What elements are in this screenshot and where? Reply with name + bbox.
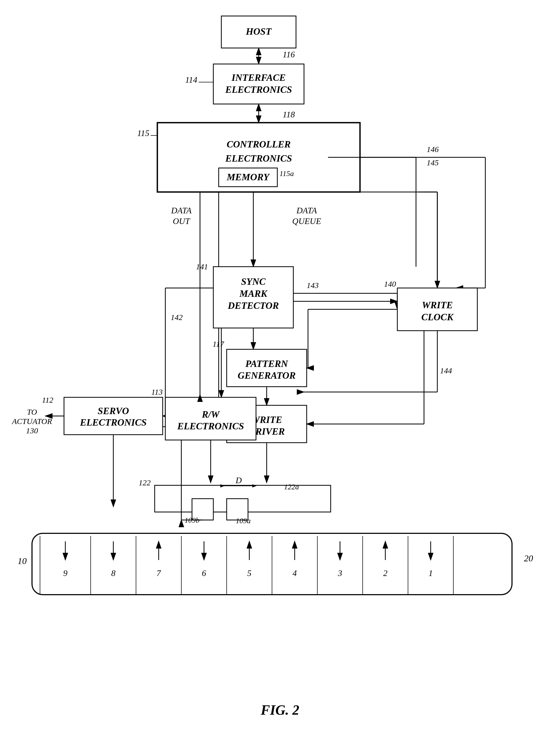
sector-9-label: 9 bbox=[63, 568, 67, 578]
ref-141: 141 bbox=[196, 262, 208, 271]
ref-109a: 109a bbox=[236, 517, 251, 525]
ref-115: 115 bbox=[137, 128, 149, 138]
ref-146: 146 bbox=[427, 145, 439, 154]
interface-electronics-label1: INTERFACE bbox=[231, 72, 286, 83]
write-clock-label2: CLOCK bbox=[421, 312, 454, 322]
controller-electronics-label2: ELECTRONICS bbox=[225, 153, 292, 164]
ref-118: 118 bbox=[283, 110, 295, 119]
rw-electronics-label1: R/W bbox=[202, 409, 220, 420]
ref-117: 117 bbox=[213, 339, 225, 348]
pattern-generator-label1: PATTERN bbox=[245, 358, 288, 369]
dim-d: D bbox=[235, 475, 242, 485]
data-out-label2: OUT bbox=[173, 216, 190, 226]
to-actuator-label1: TO bbox=[27, 407, 37, 416]
sector-8-label: 8 bbox=[111, 568, 115, 578]
to-actuator-label3: 130 bbox=[26, 426, 38, 435]
controller-electronics-label1: CONTROLLER bbox=[227, 139, 291, 150]
ref-113: 113 bbox=[151, 387, 163, 396]
ref-115a: 115a bbox=[279, 169, 294, 178]
ref-142: 142 bbox=[171, 313, 183, 322]
sync-label3: DETECTOR bbox=[227, 300, 279, 311]
sector-5-label: 5 bbox=[247, 568, 251, 578]
sync-label1: SYNC bbox=[241, 276, 266, 287]
ref-122a: 122a bbox=[284, 483, 299, 491]
fig-label: FIG. 2 bbox=[261, 702, 299, 718]
servo-electronics-label1: SERVO bbox=[98, 406, 129, 416]
rw-electronics-label2: ELECTRONICS bbox=[177, 421, 244, 431]
ref-116: 116 bbox=[283, 50, 295, 59]
ref-140: 140 bbox=[384, 279, 396, 288]
sector-1-label: 1 bbox=[429, 568, 433, 578]
sector-2-label: 2 bbox=[383, 568, 387, 578]
diagram: HOST 116 INTERFACE ELECTRONICS 114 118 C… bbox=[0, 0, 560, 736]
ref-10: 10 bbox=[18, 556, 27, 566]
sector-7-label: 7 bbox=[157, 568, 161, 578]
ref-145: 145 bbox=[427, 158, 439, 167]
ref-122: 122 bbox=[139, 478, 151, 487]
data-queue-label2: QUEUE bbox=[292, 216, 321, 226]
write-clock-label1: WRITE bbox=[422, 300, 453, 310]
ref-112: 112 bbox=[42, 395, 53, 404]
ref-144: 144 bbox=[440, 366, 452, 375]
sync-label2: MARK bbox=[239, 288, 268, 299]
to-actuator-label2: ACTUATOR bbox=[11, 417, 52, 426]
interface-electronics-block bbox=[213, 64, 304, 104]
sector-6-label: 6 bbox=[202, 568, 206, 578]
pattern-generator-label2: GENERATOR bbox=[238, 370, 295, 381]
ref-143: 143 bbox=[307, 281, 319, 290]
interface-electronics-label2: ELECTRONICS bbox=[225, 84, 292, 95]
data-queue-label1: DATA bbox=[296, 206, 317, 215]
servo-electronics-label2: ELECTRONICS bbox=[80, 417, 147, 428]
sector-3-label: 3 bbox=[338, 568, 342, 578]
data-out-label1: DATA bbox=[171, 206, 192, 215]
ref-114: 114 bbox=[185, 75, 197, 85]
ref-20: 20 bbox=[524, 553, 533, 563]
memory-label: MEMORY bbox=[226, 172, 270, 182]
host-label: HOST bbox=[246, 26, 272, 37]
sector-4-label: 4 bbox=[293, 568, 297, 578]
